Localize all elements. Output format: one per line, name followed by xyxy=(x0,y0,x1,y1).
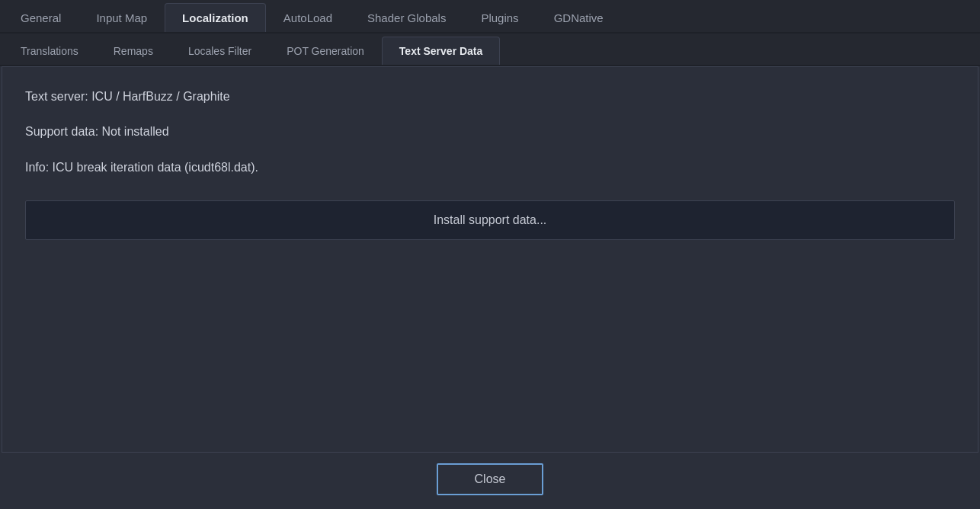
tab-plugins[interactable]: Plugins xyxy=(463,3,536,32)
info-line: Info: ICU break iteration data (icudt68l… xyxy=(25,159,955,176)
sub-tab-remaps[interactable]: Remaps xyxy=(96,37,171,65)
tab-general[interactable]: General xyxy=(3,3,78,32)
sub-tab-bar: Translations Remaps Locales Filter POT G… xyxy=(0,34,980,66)
install-support-data-button[interactable]: Install support data... xyxy=(25,200,955,240)
tab-localization[interactable]: Localization xyxy=(165,3,266,32)
sub-tab-locales-filter[interactable]: Locales Filter xyxy=(171,37,269,65)
sub-tab-pot-generation[interactable]: POT Generation xyxy=(269,37,382,65)
sub-tab-translations[interactable]: Translations xyxy=(3,37,96,65)
bottom-bar: Close xyxy=(0,453,980,509)
top-tab-bar: General Input Map Localization AutoLoad … xyxy=(0,0,980,34)
text-server-line: Text server: ICU / HarfBuzz / Graphite xyxy=(25,88,955,105)
content-panel: Text server: ICU / HarfBuzz / Graphite S… xyxy=(2,67,978,452)
sub-tab-text-server-data[interactable]: Text Server Data xyxy=(382,37,500,65)
main-content: Text server: ICU / HarfBuzz / Graphite S… xyxy=(2,66,978,453)
support-data-line: Support data: Not installed xyxy=(25,123,955,140)
tab-autoload[interactable]: AutoLoad xyxy=(266,3,350,32)
close-button[interactable]: Close xyxy=(437,463,544,495)
tab-shader-globals[interactable]: Shader Globals xyxy=(350,3,463,32)
tab-input-map[interactable]: Input Map xyxy=(78,3,165,32)
tab-gdnative[interactable]: GDNative xyxy=(536,3,621,32)
